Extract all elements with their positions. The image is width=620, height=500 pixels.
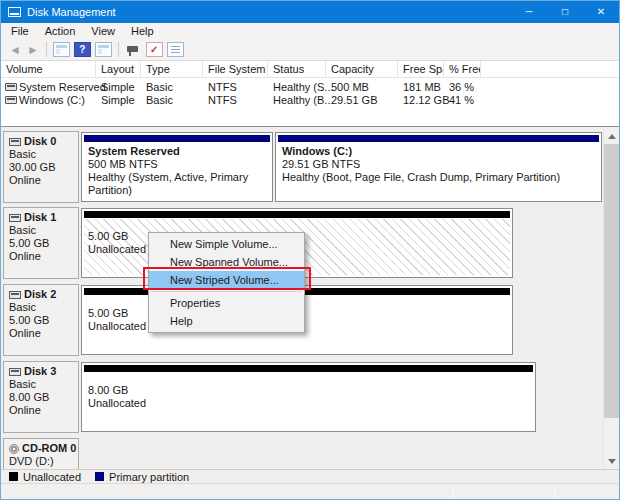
disk-graph-pane: Disk 0 Basic 30.00 GB Online System Rese… [1, 127, 620, 469]
unallocated-swatch [9, 472, 18, 481]
scroll-up-icon[interactable] [604, 129, 619, 144]
console-tree-icon[interactable] [53, 42, 70, 57]
toolbar-separator [46, 42, 47, 57]
legend-bar: Unallocated Primary partition [1, 469, 620, 483]
cell-capacity: 29.51 GB [331, 94, 377, 107]
menu-help[interactable]: Help [123, 24, 162, 38]
cell-volume: Windows (C:) [19, 94, 85, 107]
popup-window-icon[interactable] [125, 42, 142, 57]
disk-name: Disk 2 [24, 288, 56, 301]
disk3-unallocated-region[interactable]: 8.00 GB Unallocated [81, 362, 536, 432]
menu-bar: File Action View Help [1, 23, 619, 39]
help-icon[interactable]: ? [74, 42, 91, 57]
col-layout[interactable]: Layout [96, 61, 141, 78]
disk-status: Online [9, 327, 78, 340]
disk0-label[interactable]: Disk 0 Basic 30.00 GB Online [3, 131, 79, 203]
col-freespace[interactable]: Free Spa... [398, 61, 444, 78]
cell-layout: Simple [101, 94, 135, 107]
menu-file[interactable]: File [3, 24, 37, 38]
cell-status: Healthy (S... [273, 81, 334, 94]
cdrom-drive: DVD (D:) [9, 455, 78, 468]
cdrom-icon [9, 444, 19, 454]
cell-capacity: 500 MB [331, 81, 369, 94]
partition-status: Healthy (Boot, Page File, Crash Dump, Pr… [282, 171, 599, 184]
col-status[interactable]: Status [268, 61, 326, 78]
scrollbar-thumb[interactable] [604, 144, 619, 418]
menu-item-properties[interactable]: Properties [149, 294, 304, 312]
minimize-button[interactable]: ─ [511, 1, 547, 23]
col-capacity[interactable]: Capacity [326, 61, 398, 78]
refresh-check-icon[interactable]: ✓ [146, 42, 163, 57]
disk2-label[interactable]: Disk 2 Basic 5.00 GB Online [3, 284, 79, 356]
menu-item-help[interactable]: Help [149, 312, 304, 330]
statusbar-separator [453, 486, 454, 498]
menu-action[interactable]: Action [37, 24, 84, 38]
statusbar-separator [554, 486, 555, 498]
disk-type: Basic [9, 301, 78, 314]
status-bar [1, 483, 620, 500]
disk1-label[interactable]: Disk 1 Basic 5.00 GB Online [3, 207, 79, 279]
col-type[interactable]: Type [141, 61, 203, 78]
disk-name: Disk 0 [24, 135, 56, 148]
disk-name: Disk 1 [24, 211, 56, 224]
partition-size: 8.00 GB [88, 384, 533, 397]
menu-item-new-simple-volume[interactable]: New Simple Volume... [149, 235, 304, 253]
vertical-scrollbar[interactable] [603, 129, 618, 469]
disk-status: Online [9, 250, 78, 263]
disk-size: 30.00 GB [9, 161, 78, 174]
menu-item-new-striped-volume[interactable]: New Striped Volume... [149, 271, 304, 289]
volume-icon [5, 96, 17, 104]
disk-type: Basic [9, 378, 78, 391]
partition-size: 29.51 GB NTFS [282, 158, 599, 171]
window-title: Disk Management [27, 6, 116, 18]
menu-separator [151, 291, 302, 292]
partition-status: Unallocated [88, 397, 533, 410]
volume-row-windows-c[interactable]: Windows (C:) Simple Basic NTFS Healthy (… [1, 94, 620, 107]
cell-filesystem: NTFS [208, 94, 237, 107]
disk-status: Online [9, 174, 78, 187]
cell-type: Basic [146, 81, 173, 94]
action-pane-icon[interactable] [95, 42, 112, 57]
col-filesystem[interactable]: File System [203, 61, 268, 78]
disk0-partition-windows-c[interactable]: Windows (C:) 29.51 GB NTFS Healthy (Boot… [275, 132, 602, 202]
disk-icon [9, 291, 21, 299]
forward-icon[interactable]: ► [27, 44, 39, 56]
disk-management-window: Disk Management ─ □ ✕ File Action View H… [0, 0, 620, 500]
cell-layout: Simple [101, 81, 135, 94]
primary-partition-swatch [95, 472, 104, 481]
cell-volume: System Reserved [19, 81, 106, 94]
disk-status: Online [9, 404, 78, 417]
menu-view[interactable]: View [83, 24, 123, 38]
unallocated-bar [84, 211, 510, 218]
primary-partition-bar [84, 135, 270, 142]
toolbar: ◄ ► ? ✓ [1, 39, 619, 61]
col-pctfree[interactable]: % Free [444, 61, 481, 78]
cell-status: Healthy (B... [273, 94, 334, 107]
cdrom0-label[interactable]: CD-ROM 0 DVD (D:) No Media [3, 438, 79, 469]
disk-size: 5.00 GB [9, 237, 78, 250]
scroll-down-icon[interactable] [604, 454, 619, 469]
disk3-label[interactable]: Disk 3 Basic 8.00 GB Online [3, 361, 79, 433]
partition-title: System Reserved [88, 145, 270, 158]
unallocated-bar [84, 365, 533, 372]
app-icon [8, 7, 21, 17]
maximize-button[interactable]: □ [547, 1, 583, 23]
disk-icon [9, 138, 21, 146]
col-volume[interactable]: Volume [1, 61, 96, 78]
disk-icon [9, 214, 21, 222]
volume-icon [5, 83, 17, 91]
menu-item-new-spanned-volume[interactable]: New Spanned Volume... [149, 253, 304, 271]
disk0-partition-system-reserved[interactable]: System Reserved 500 MB NTFS Healthy (Sys… [81, 132, 273, 202]
disk-name: Disk 3 [24, 365, 56, 378]
back-icon[interactable]: ◄ [9, 44, 21, 56]
cell-pctfree: 41 % [449, 94, 474, 107]
cell-pctfree: 36 % [449, 81, 474, 94]
properties-icon[interactable] [167, 42, 184, 57]
title-bar: Disk Management ─ □ ✕ [1, 1, 619, 23]
volume-row-system-reserved[interactable]: System Reserved Simple Basic NTFS Health… [1, 81, 620, 94]
close-button[interactable]: ✕ [583, 1, 619, 23]
partition-status: Healthy (System, Active, Primary Partiti… [88, 171, 270, 197]
cell-filesystem: NTFS [208, 81, 237, 94]
toolbar-separator [118, 42, 119, 57]
cdrom-name: CD-ROM 0 [22, 442, 76, 455]
